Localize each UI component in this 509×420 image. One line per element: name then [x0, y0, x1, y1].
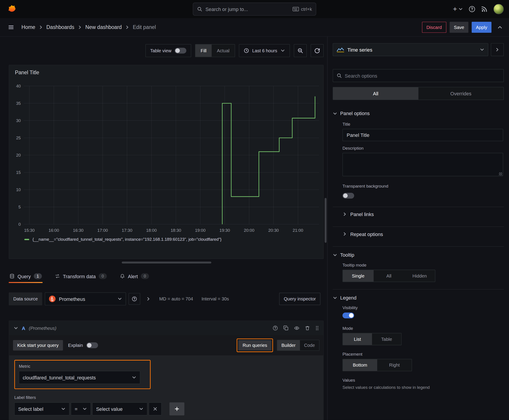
legend-placement-bottom[interactable]: Bottom: [343, 359, 377, 371]
builder-option[interactable]: Builder: [277, 340, 300, 351]
explain-toggle[interactable]: [86, 342, 98, 348]
run-queries-button[interactable]: Run queries: [238, 340, 271, 351]
search-icon: [197, 7, 202, 12]
add-menu-button[interactable]: +: [453, 5, 463, 14]
builder-code-group: Builder Code: [277, 340, 319, 351]
visualization-select[interactable]: Time series: [333, 43, 488, 56]
collapse-query-icon[interactable]: [14, 326, 18, 330]
transparent-background-label: Transparent background: [342, 184, 503, 189]
discard-button[interactable]: Discard: [422, 22, 446, 33]
legend-placement-label: Placement: [342, 352, 503, 357]
chevron-down-icon: [333, 253, 337, 257]
svg-text:17:30: 17:30: [122, 228, 132, 233]
datasource-row: Data source Prometheus: [9, 292, 324, 306]
legend-placement-group: Bottom Right: [342, 359, 412, 371]
chevron-down-icon: [333, 111, 337, 116]
chevron-down-icon: [61, 406, 66, 411]
table-view-toggle[interactable]: [175, 48, 186, 54]
help-icon[interactable]: [469, 6, 475, 12]
panel-title-input[interactable]: [342, 129, 503, 141]
legend-mode-table[interactable]: Table: [372, 333, 401, 345]
legend-visibility-toggle[interactable]: [342, 313, 354, 318]
tab-query[interactable]: Query 1: [9, 270, 42, 283]
select-label-dropdown[interactable]: Select label: [14, 403, 69, 415]
grafana-logo-icon[interactable]: [5, 3, 18, 16]
tab-alert[interactable]: Alert 0: [119, 270, 150, 283]
panel-edit-left: Table view Fill Actual Last 6 hours: [0, 37, 327, 420]
table-view-control: Table view: [145, 44, 191, 57]
metric-select[interactable]: cloudflared_tunnel_total_requests: [19, 371, 140, 384]
drag-handle-icon[interactable]: [316, 326, 319, 331]
panel-links-row[interactable]: Panel links: [342, 207, 504, 221]
svg-text:35: 35: [16, 101, 21, 106]
query-inspector-button[interactable]: Query inspector: [279, 293, 320, 305]
tooltip-mode-hidden[interactable]: Hidden: [404, 270, 435, 282]
panel-options-body: Title Description Transparent background: [333, 120, 504, 202]
legend-section-header[interactable]: Legend: [333, 292, 504, 304]
horizontal-scrollbar[interactable]: [122, 262, 211, 264]
panel-options-header[interactable]: Panel options: [333, 107, 504, 120]
news-feed-icon[interactable]: [481, 6, 488, 12]
description-textarea[interactable]: [342, 153, 503, 176]
refresh-button[interactable]: [311, 44, 324, 57]
datasource-select[interactable]: Prometheus: [45, 292, 126, 305]
svg-text:10: 10: [16, 187, 21, 192]
query-ref-id[interactable]: A: [22, 325, 25, 331]
toggle-viz-picker-button[interactable]: [491, 43, 504, 56]
metric-value: cloudflared_tunnel_total_requests: [23, 375, 96, 380]
editor-tabs: Query 1 Transform data 0 Alert: [9, 270, 324, 283]
apply-button[interactable]: Apply: [472, 22, 492, 33]
svg-text:30: 30: [16, 118, 21, 123]
chart-legend: {__name__="cloudflared_tunnel_total_requ…: [11, 235, 321, 242]
delete-query-icon[interactable]: [305, 326, 310, 331]
menu-toggle-icon[interactable]: [7, 23, 16, 32]
svg-text:19:30: 19:30: [220, 228, 230, 233]
tab-transform-data[interactable]: Transform data 0: [54, 270, 107, 283]
save-button[interactable]: Save: [449, 22, 468, 33]
chevron-down-icon: [132, 375, 136, 380]
vertical-scrollbar[interactable]: [325, 198, 327, 243]
legend-series-label[interactable]: {__name__="cloudflared_tunnel_total_requ…: [32, 237, 221, 242]
filter-tab-all[interactable]: All: [333, 87, 418, 100]
query-count-badge: 1: [34, 273, 42, 279]
keyboard-icon: [292, 7, 299, 11]
legend-placement-right[interactable]: Right: [377, 359, 412, 371]
tooltip-mode-single[interactable]: Single: [343, 270, 373, 282]
legend-values-label: Values: [342, 378, 503, 383]
close-icon: [153, 406, 157, 411]
operator-dropdown[interactable]: =: [71, 403, 91, 415]
breadcrumb-home[interactable]: Home: [21, 24, 35, 30]
zoom-out-button[interactable]: [294, 44, 307, 57]
user-avatar[interactable]: [494, 4, 504, 14]
datasource-help-button[interactable]: [129, 293, 140, 305]
shortcut-hint: ctrl+k: [292, 7, 312, 12]
collapse-toolbar-icon[interactable]: [497, 25, 502, 30]
code-option[interactable]: Code: [300, 340, 319, 351]
expand-options-icon[interactable]: [146, 297, 151, 301]
select-value-dropdown[interactable]: Select value: [92, 403, 147, 415]
tooltip-section-header[interactable]: Tooltip: [333, 249, 504, 261]
add-filter-button[interactable]: [169, 403, 184, 415]
edit-panel-content: Table view Fill Actual Last 6 hours: [0, 37, 509, 420]
resize-handle[interactable]: [499, 172, 502, 175]
select-value-placeholder: Select value: [96, 406, 122, 412]
fill-option[interactable]: Fill: [196, 45, 212, 57]
remove-filter-button[interactable]: [149, 403, 162, 415]
global-search-input[interactable]: Search or jump to... ctrl+k: [193, 3, 316, 16]
kickstart-query-button[interactable]: Kick start your query: [13, 340, 63, 351]
breadcrumb-new-dashboard[interactable]: New dashboard: [85, 24, 122, 30]
legend-mode-list[interactable]: List: [343, 333, 372, 345]
query-help-icon[interactable]: [273, 326, 278, 331]
chevron-right-icon: [495, 47, 500, 52]
breadcrumb-dashboards[interactable]: Dashboards: [46, 24, 74, 30]
repeat-options-row[interactable]: Repeat options: [342, 227, 504, 241]
options-search-input[interactable]: [345, 73, 500, 79]
time-range-picker[interactable]: Last 6 hours: [239, 44, 290, 57]
toggle-visibility-icon[interactable]: [294, 326, 299, 331]
filter-tab-overrides[interactable]: Overrides: [418, 87, 504, 100]
duplicate-query-icon[interactable]: [283, 326, 289, 331]
tooltip-mode-all[interactable]: All: [373, 270, 404, 282]
timeseries-chart[interactable]: 051015202530354015:3016:0016:3017:0017:3…: [11, 78, 321, 235]
transparent-background-toggle[interactable]: [342, 193, 354, 199]
actual-option[interactable]: Actual: [212, 45, 235, 57]
